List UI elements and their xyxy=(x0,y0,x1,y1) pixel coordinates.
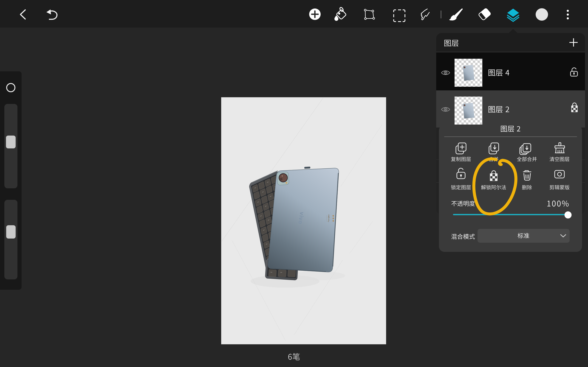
svg-text:VISION ATMOS: VISION ATMOS xyxy=(326,215,328,222)
svg-text:■◀Dolby: ■◀Dolby xyxy=(328,215,330,222)
